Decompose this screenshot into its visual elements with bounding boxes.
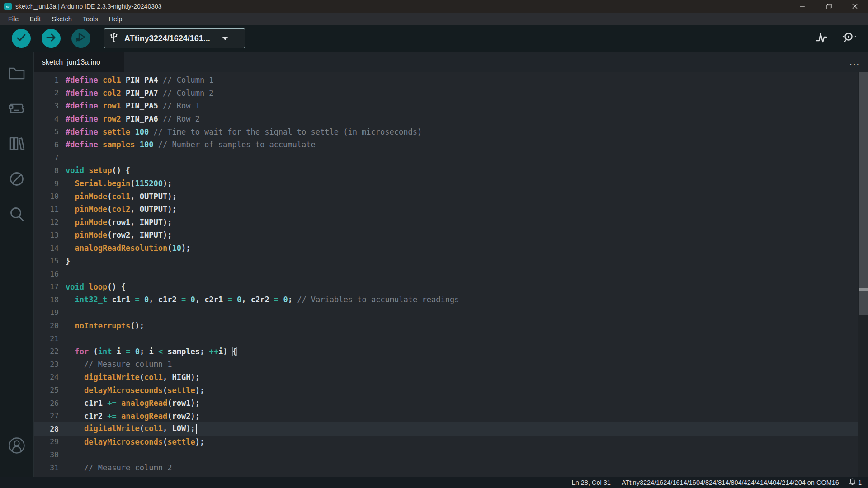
line-number: 19 <box>34 308 66 317</box>
toolbar: ATtiny3224/1624/161... <box>0 25 868 52</box>
code-editor[interactable]: 1#define col1 PIN_PA4 // Column 12#defin… <box>34 72 868 477</box>
code-line-30[interactable]: 30 <box>34 448 858 461</box>
line-number: 26 <box>34 399 66 408</box>
code-line-15[interactable]: 15} <box>34 254 858 267</box>
line-number: 17 <box>34 282 66 291</box>
serial-monitor-magnifier-icon <box>841 31 856 46</box>
code-line-3[interactable]: 3#define row1 PIN_PA5 // Row 1 <box>34 99 858 113</box>
close-button[interactable] <box>842 0 868 13</box>
books-icon <box>9 136 25 154</box>
code-line-23[interactable]: 23 // Measure column 1 <box>34 358 858 371</box>
menu-tools[interactable]: Tools <box>77 13 104 25</box>
code-line-28[interactable]: 28 digitalWrite(col1, LOW); <box>34 422 858 436</box>
verify-button[interactable] <box>12 29 31 48</box>
line-number: 2 <box>34 89 66 97</box>
account-person-icon <box>8 436 26 456</box>
code-line-13[interactable]: 13 pinMode(row2, INPUT); <box>34 229 858 242</box>
code-line-26[interactable]: 26 c1r1 += analogRead(row1); <box>34 397 858 410</box>
notifications-button[interactable]: 1 <box>844 478 868 487</box>
code-line-9[interactable]: 9 Serial.begin(115200); <box>34 177 858 190</box>
menu-help[interactable]: Help <box>104 13 128 25</box>
menubar: FileEditSketchToolsHelp <box>0 13 868 25</box>
notification-count: 1 <box>858 479 862 486</box>
tab-label: sketch_jun13a.ino <box>42 58 100 66</box>
code-line-21[interactable]: 21 <box>34 332 858 345</box>
debug-button[interactable] <box>71 29 90 48</box>
scrollbar-thumb[interactable] <box>859 72 868 315</box>
line-number: 14 <box>34 244 66 253</box>
ellipsis-icon: ... <box>849 57 860 67</box>
serial-plotter-waveform-icon <box>815 31 828 46</box>
code-line-4[interactable]: 4#define row2 PIN_PA6 // Row 2 <box>34 113 858 126</box>
cursor-position[interactable]: Ln 28, Col 31 <box>566 477 616 488</box>
sidebar-item-library-manager[interactable] <box>0 127 34 162</box>
board-icon <box>8 101 25 118</box>
sidebar-item-account[interactable] <box>0 429 34 464</box>
line-number: 29 <box>34 437 66 446</box>
line-number: 3 <box>34 102 66 110</box>
line-number: 7 <box>34 153 66 162</box>
minimize-button[interactable] <box>789 0 816 13</box>
line-number: 12 <box>34 218 66 226</box>
code-line-25[interactable]: 25 delayMicroseconds(settle); <box>34 384 858 397</box>
folder-icon <box>8 66 25 83</box>
menu-sketch[interactable]: Sketch <box>46 13 77 25</box>
code-line-6[interactable]: 6#define samples 100 // Number of sample… <box>34 138 858 151</box>
restore-button[interactable] <box>816 0 842 13</box>
code-line-18[interactable]: 18 int32_t c1r1 = 0, c1r2 = 0, c2r1 = 0,… <box>34 293 858 306</box>
right-arrow-icon <box>46 32 57 45</box>
window-title: sketch_jun13a | Arduino IDE 2.3.3-nightl… <box>15 3 162 10</box>
debug-disabled-icon <box>9 171 25 189</box>
text-cursor <box>196 424 197 434</box>
line-number: 13 <box>34 231 66 239</box>
search-icon <box>9 206 25 224</box>
code-line-8[interactable]: 8void setup() { <box>34 164 858 177</box>
menu-file[interactable]: File <box>3 13 24 25</box>
line-number: 25 <box>34 386 66 394</box>
code-line-11[interactable]: 11 pinMode(col2, OUTPUT); <box>34 203 858 216</box>
code-line-19[interactable]: 19 <box>34 306 858 319</box>
code-line-5[interactable]: 5#define settle 100 // Time to wait for … <box>34 125 858 138</box>
serial-monitor-button[interactable] <box>841 31 856 46</box>
code-line-27[interactable]: 27 c1r2 += analogRead(row2); <box>34 409 858 422</box>
arduino-logo-icon: ∞ <box>4 3 12 10</box>
code-line-7[interactable]: 7 <box>34 151 858 164</box>
code-line-2[interactable]: 2#define col2 PIN_PA7 // Column 2 <box>34 87 858 100</box>
menu-edit[interactable]: Edit <box>24 13 46 25</box>
line-number: 11 <box>34 205 66 214</box>
line-number: 5 <box>34 127 66 136</box>
code-line-17[interactable]: 17void loop() { <box>34 281 858 294</box>
titlebar: ∞ sketch_jun13a | Arduino IDE 2.3.3-nigh… <box>0 0 868 13</box>
code-line-31[interactable]: 31 // Measure column 2 <box>34 461 858 474</box>
arduino-ide-window: ∞ sketch_jun13a | Arduino IDE 2.3.3-nigh… <box>0 0 868 488</box>
code-line-22[interactable]: 22 for (int i = 0; i < samples; ++i) { <box>34 345 858 358</box>
upload-button[interactable] <box>42 29 61 48</box>
sidebar-item-search[interactable] <box>0 197 34 233</box>
code-line-20[interactable]: 20 noInterrupts(); <box>34 319 858 332</box>
board-port-status[interactable]: ATtiny3224/1624/1614/1604/824/814/804/42… <box>616 477 844 488</box>
code-line-10[interactable]: 10 pinMode(col1, OUTPUT); <box>34 190 858 203</box>
line-number: 30 <box>34 450 66 459</box>
line-number: 18 <box>34 296 66 304</box>
line-number: 9 <box>34 179 66 188</box>
code-line-12[interactable]: 12 pinMode(row1, INPUT); <box>34 216 858 229</box>
code-line-14[interactable]: 14 analogReadResolution(10); <box>34 242 858 255</box>
debug-play-bug-icon <box>75 32 87 45</box>
code-line-24[interactable]: 24 digitalWrite(col1, HIGH); <box>34 371 858 384</box>
tab-sketch[interactable]: sketch_jun13a.ino <box>34 52 124 72</box>
line-number: 16 <box>34 270 66 278</box>
activity-sidebar <box>0 52 34 477</box>
more-actions-button[interactable]: ... <box>849 52 860 72</box>
line-number: 27 <box>34 412 66 420</box>
serial-plotter-button[interactable] <box>814 31 829 46</box>
caret-down-icon <box>222 37 228 40</box>
line-number: 10 <box>34 192 66 201</box>
board-selector-dropdown[interactable]: ATtiny3224/1624/161... <box>104 28 245 48</box>
sidebar-item-debug[interactable] <box>0 162 34 197</box>
code-line-16[interactable]: 16 <box>34 267 858 281</box>
code-line-29[interactable]: 29 delayMicroseconds(settle); <box>34 436 858 449</box>
sidebar-item-boards-manager[interactable] <box>0 92 34 127</box>
sidebar-item-sketchbook[interactable] <box>0 56 34 92</box>
statusbar: Ln 28, Col 31 ATtiny3224/1624/1614/1604/… <box>0 477 868 488</box>
code-line-1[interactable]: 1#define col1 PIN_PA4 // Column 1 <box>34 74 858 87</box>
